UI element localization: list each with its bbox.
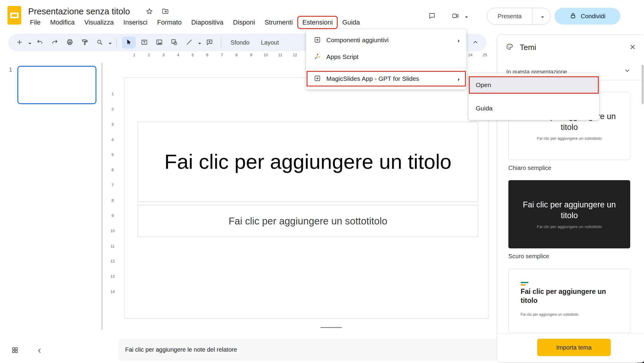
import-theme-button[interactable]: Importa tema [537,339,611,356]
ruler-number: 1 [109,86,116,101]
menu-item-magicslides[interactable]: MagicSlides App - GPT for Slides [306,70,466,87]
line-icon [186,39,193,46]
menu-item[interactable]: Disponi [228,16,260,29]
meet-present-button[interactable] [448,9,468,23]
menu-item[interactable]: Diapositiva [187,16,228,29]
toolbar-separator [116,38,117,47]
ruler-number: 8 [109,193,116,208]
collapse-section-button[interactable] [624,67,631,75]
share-button[interactable]: Condividi [554,8,620,25]
ruler-number: 8 [229,53,244,59]
theme-preview-subtitle: Fai clic per aggiungere un sottotitolo [537,224,602,229]
menu-item[interactable]: Inserisci [119,16,152,29]
line-options-button[interactable] [196,37,201,48]
title-placeholder-text: Fai clic per aggiungere un titolo [164,148,451,176]
ruler-number: 5 [109,147,116,162]
videocam-icon [452,12,460,20]
caret-right-icon [455,37,460,43]
menu-item[interactable]: File [25,16,45,29]
chevron-down-icon [624,67,631,75]
new-slide-options-button[interactable] [26,37,31,48]
add-box-icon [314,75,322,83]
add-box-icon [314,36,322,44]
undo-button[interactable] [34,37,46,48]
star-icon[interactable] [146,8,154,16]
cursor-icon [125,39,133,46]
menu-item-add-ons[interactable]: Componenti aggiuntivi [306,32,466,48]
theme-name: Chiaro semplice [508,165,551,171]
insert-line-button[interactable] [184,37,196,48]
theme-card-accent[interactable]: Fai clic per aggiungere un titolo Fai cl… [508,268,630,333]
select-tool-button[interactable] [122,37,136,48]
ruler-number: 1 [127,53,142,59]
caret-down-icon[interactable] [463,13,468,19]
chevron-up-icon [472,39,480,46]
insert-shape-button[interactable] [169,37,181,48]
present-button-group: Presenta [487,8,551,25]
caret-down-icon [196,40,201,45]
collapse-filmstrip-button[interactable] [36,347,44,355]
submenu-item-help[interactable]: Guida [469,99,599,117]
accent-dash-orange [521,284,526,285]
move-folder-icon[interactable] [162,8,169,16]
background-button[interactable]: Sfondo [226,39,254,46]
slide-thumbnail[interactable] [17,66,96,104]
plus-icon [16,39,24,46]
text-box-button[interactable] [139,37,151,48]
zoom-button[interactable] [94,37,106,48]
subtitle-placeholder[interactable]: Fai clic per aggiungere un sottotitolo [138,205,478,237]
menu-item[interactable]: Formato [152,16,187,29]
speaker-notes[interactable]: Fai clic per aggiungere le note del rela… [119,339,497,361]
present-options-button[interactable] [532,8,551,24]
menu-item[interactable]: Visualizza [79,16,119,29]
panel-scrollbar[interactable] [642,65,644,104]
menu-item[interactable]: Modifica [45,16,79,29]
accent-dash-teal [521,282,528,283]
vertical-ruler: 1234567891011121314 [109,86,116,299]
insert-image-button[interactable] [154,37,166,48]
menu-item-label: Componenti aggiuntivi [326,37,455,44]
comments-button[interactable] [425,9,440,23]
hide-menus-button[interactable] [472,39,480,46]
ruler-number: 6 [109,162,116,177]
insert-comment-button[interactable] [204,37,216,48]
printer-icon [66,39,74,46]
comment-icon [428,12,436,20]
speaker-notes-placeholder: Fai clic per aggiungere le note del rela… [125,346,237,353]
lock-icon [569,12,577,20]
slide-number: 1 [9,66,12,73]
print-button[interactable] [64,37,76,48]
zoom-options-button[interactable] [107,37,111,48]
menu-item[interactable]: Guida [337,16,365,29]
notes-resize-handle[interactable] [320,327,342,328]
document-title[interactable]: Presentazione senza titolo [28,7,130,16]
submenu-item-open[interactable]: Open [469,76,599,94]
title-placeholder[interactable]: Fai clic per aggiungere un titolo [138,122,478,202]
ruler-number: 10 [109,223,116,239]
layout-button[interactable]: Layout [257,39,283,46]
ruler-number: 4 [171,53,185,59]
menu-item-apps-script[interactable]: Apps Script [306,48,466,65]
slides-logo-icon[interactable] [7,6,21,26]
theme-card-dark[interactable]: Fai clic per aggiungere un titolo Fai cl… [508,180,630,248]
ruler-number: 6 [200,53,215,59]
filmstrip-scrollbar[interactable] [101,63,103,330]
palette-icon [506,43,515,52]
redo-button[interactable] [49,37,61,48]
redo-icon [51,39,59,46]
menu-item[interactable]: Estensioni [298,16,338,29]
menu-item[interactable]: Strumenti [260,16,298,29]
new-slide-button[interactable] [14,37,26,48]
ruler-number: 14 [109,284,116,299]
image-icon [156,39,163,46]
close-panel-button[interactable] [629,43,637,51]
apps-script-icon [314,53,322,61]
magicslides-submenu: Open Guida [469,73,599,120]
ruler-number: 12 [109,253,116,269]
paint-format-button[interactable] [79,37,91,48]
present-button[interactable]: Presenta [487,8,532,24]
grid-view-button[interactable] [11,347,20,356]
text-box-icon [141,39,149,46]
slide-canvas[interactable]: Fai clic per aggiungere un titolo Fai cl… [124,78,489,318]
extensions-menu: Componenti aggiuntivi Apps Script MagicS… [306,29,466,89]
